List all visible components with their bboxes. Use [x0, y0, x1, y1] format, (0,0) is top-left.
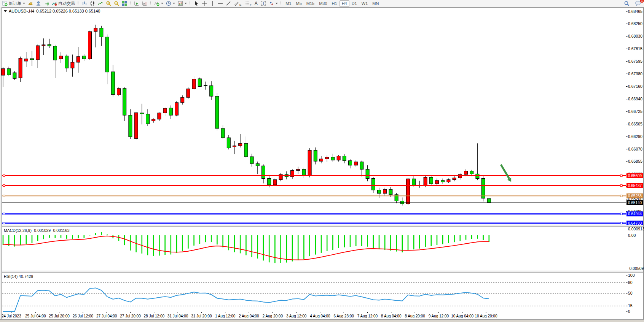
- arrows-caret-icon: [276, 3, 278, 4]
- text-tool-icon: A: [255, 1, 258, 6]
- timeframe-M5[interactable]: M5: [294, 0, 304, 7]
- svg-text:0.00: 0.00: [628, 233, 636, 238]
- auto-scroll-button[interactable]: [132, 0, 140, 7]
- fibonacci-tool-button[interactable]: F: [242, 0, 253, 7]
- rsi-value: 40.7429: [19, 274, 33, 279]
- chart-ohlc-values: 0.65212 0.65226 0.65133 0.65140: [36, 9, 100, 13]
- autotrading-button[interactable]: 自动交易: [50, 0, 76, 7]
- line-chart-button[interactable]: [96, 0, 104, 7]
- svg-text:0.65437: 0.65437: [628, 184, 642, 188]
- bottom-status-strip: [0, 320, 644, 322]
- svg-text:0.66940: 0.66940: [628, 97, 642, 101]
- svg-text:80: 80: [628, 280, 633, 285]
- svg-text:6 Aug 23:00: 6 Aug 23:00: [334, 314, 354, 318]
- svg-text:0.68030: 0.68030: [628, 34, 642, 38]
- panel-splitter[interactable]: [2, 271, 643, 273]
- svg-text:0.64944: 0.64944: [628, 212, 642, 216]
- arrows-tool-button[interactable]: [267, 0, 279, 7]
- svg-text:24 Jul 2023: 24 Jul 2023: [2, 314, 21, 318]
- new-order-button[interactable]: 新订单: [1, 0, 26, 7]
- label-tool-button[interactable]: T: [259, 0, 267, 7]
- indicators-button[interactable]: [153, 0, 164, 7]
- template-icon: [177, 1, 183, 6]
- templates-caret-icon: [185, 3, 187, 4]
- svg-text:31 Jul 04:00: 31 Jul 04:00: [167, 314, 188, 318]
- svg-text:0.65609: 0.65609: [628, 174, 642, 178]
- panel-splitter[interactable]: [2, 225, 643, 227]
- svg-text:31 Jul 20:00: 31 Jul 20:00: [191, 314, 212, 318]
- svg-text:T: T: [262, 2, 265, 6]
- svg-text:9 Aug 12:00: 9 Aug 12:00: [429, 314, 449, 318]
- svg-text:1 Aug 12:00: 1 Aug 12:00: [215, 314, 236, 318]
- horizontal-line-tool-button[interactable]: [216, 0, 224, 7]
- text-tool-button[interactable]: A: [253, 0, 259, 7]
- new-order-label: 新订单: [9, 1, 21, 6]
- search-button[interactable]: [623, 0, 631, 7]
- vertical-line-tool-button[interactable]: [208, 0, 216, 7]
- svg-text:27 Jul 04:00: 27 Jul 04:00: [96, 314, 117, 318]
- timeframe-D1[interactable]: D1: [349, 0, 359, 7]
- chart-symbol: AUDUSD-,H4: [9, 9, 34, 13]
- zoom-out-button[interactable]: [112, 0, 120, 7]
- svg-text:50: 50: [628, 291, 633, 295]
- search-icon: [624, 1, 630, 6]
- svg-text:10 Aug 20:00: 10 Aug 20:00: [475, 314, 497, 318]
- line-chart-icon: [97, 1, 103, 6]
- indicators-icon: [154, 1, 159, 6]
- svg-text:0.68250: 0.68250: [628, 21, 642, 26]
- svg-text:0.65258: 0.65258: [628, 194, 642, 198]
- svg-text:7 Aug 12:00: 7 Aug 12:00: [357, 314, 378, 318]
- svg-text:8 Aug 04:00: 8 Aug 04:00: [381, 314, 402, 318]
- chart-title: AUDUSD-,H4 0.65212 0.65226 0.65133 0.651…: [4, 9, 100, 13]
- person-icon: [35, 1, 41, 6]
- clock-icon: [166, 1, 171, 6]
- svg-text:2 Aug 20:00: 2 Aug 20:00: [263, 314, 283, 318]
- vertical-line-icon: [209, 1, 215, 6]
- chart-canvas[interactable]: 0.684650.682500.680300.678150.675950.673…: [0, 0, 644, 322]
- timeframe-M1[interactable]: M1: [283, 0, 293, 7]
- templates-button[interactable]: [176, 0, 188, 7]
- svg-text:0.66505: 0.66505: [628, 122, 642, 126]
- channel-letter: E: [239, 3, 241, 6]
- timeframe-H1[interactable]: H1: [330, 0, 340, 7]
- candlestick-chart-button[interactable]: [88, 0, 96, 7]
- timeframe-M15[interactable]: M15: [304, 0, 317, 7]
- timeframe-W1[interactable]: W1: [359, 0, 370, 7]
- cursor-tool-button[interactable]: [192, 0, 200, 7]
- label-tool-icon: T: [260, 1, 266, 6]
- market-watch-button[interactable]: [26, 0, 34, 7]
- timeframe-M30[interactable]: M30: [317, 0, 329, 7]
- tile-windows-button[interactable]: [120, 0, 128, 7]
- crosshair-tool-button[interactable]: [200, 0, 208, 7]
- new-order-caret-icon: [23, 3, 25, 4]
- timeframe-H4[interactable]: H4: [340, 0, 349, 7]
- bar-chart-button[interactable]: [80, 0, 88, 7]
- signals-button[interactable]: [42, 0, 50, 7]
- autotrading-icon: [51, 1, 57, 6]
- trendline-tool-button[interactable]: [224, 0, 232, 7]
- chart-shift-button[interactable]: [140, 0, 148, 7]
- svg-text:10 Aug 04:00: 10 Aug 04:00: [451, 314, 473, 318]
- equidistant-channel-tool-button[interactable]: E: [232, 0, 242, 7]
- svg-text:-0.005093: -0.005093: [628, 266, 644, 271]
- timeframe-toolbar: M1M5M15M30H1H4D1W1MN: [283, 0, 381, 7]
- svg-text:25 Jul 04:00: 25 Jul 04:00: [25, 314, 46, 318]
- svg-text:0.66070: 0.66070: [628, 147, 642, 151]
- periods-button[interactable]: [164, 0, 176, 7]
- toolbar-separator: [77, 1, 80, 6]
- notification-badge[interactable]: 1: [640, 0, 644, 3]
- profile-button[interactable]: [34, 0, 42, 7]
- zoom-in-button[interactable]: [104, 0, 112, 7]
- bar-chart-icon: [81, 1, 87, 6]
- fibonacci-icon: [244, 1, 249, 6]
- svg-text:0.64783: 0.64783: [628, 221, 642, 225]
- svg-text:0.66290: 0.66290: [628, 134, 642, 139]
- svg-text:0.67160: 0.67160: [628, 84, 642, 89]
- cursor-icon: [193, 1, 199, 6]
- svg-text:0.66725: 0.66725: [628, 109, 642, 114]
- timeframe-MN[interactable]: MN: [370, 0, 381, 7]
- candlestick-icon: [89, 1, 95, 6]
- svg-text:26 Jul 12:00: 26 Jul 12:00: [73, 314, 94, 318]
- symbol-dropdown-icon[interactable]: [4, 10, 7, 12]
- main-toolbar: 新订单 自动交易: [0, 0, 644, 7]
